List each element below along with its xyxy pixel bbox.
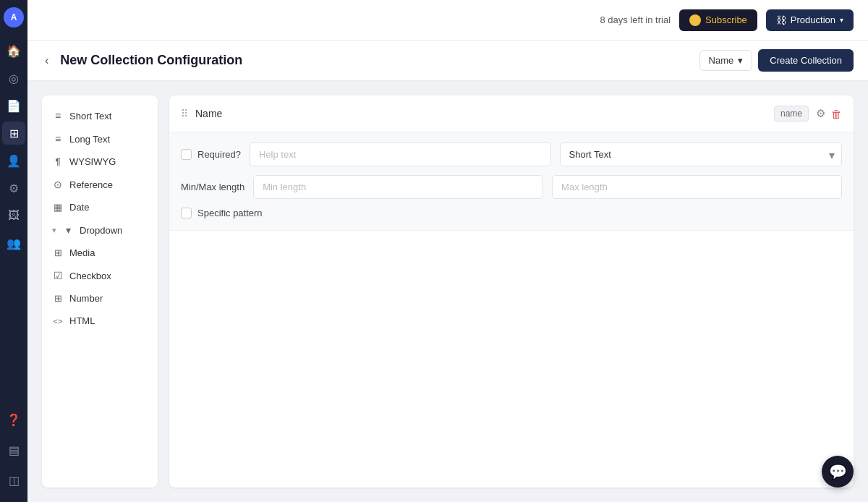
min-length-input[interactable] — [253, 175, 543, 199]
nav-content-icon[interactable]: 📄 — [2, 94, 25, 117]
field-row: ⠿ name ⚙ 🗑 — [169, 95, 854, 231]
nav-image-icon[interactable]: 🖼 — [2, 204, 25, 227]
field-type-html[interactable]: HTML — [42, 310, 158, 332]
wysiwyg-icon — [52, 156, 64, 167]
nav-help-icon[interactable]: ❓ — [2, 408, 25, 431]
nav-db-icon[interactable]: ▤ — [2, 438, 25, 461]
chat-bubble-button[interactable]: 💬 — [822, 456, 854, 488]
nav-home-icon[interactable]: 🏠 — [2, 39, 25, 62]
chevron-down-icon: ▾ — [840, 16, 843, 24]
field-type-date[interactable]: Date — [42, 196, 158, 218]
form-row-minmax: Min/Max length — [181, 175, 842, 199]
field-type-number[interactable]: Number — [42, 287, 158, 310]
production-button[interactable]: ⛓ Production ▾ — [766, 9, 854, 31]
date-icon — [52, 202, 64, 213]
nav-user-icon[interactable]: 👤 — [2, 149, 25, 172]
main-area: 8 days left in trial Subscribe ⛓ Product… — [27, 0, 868, 502]
nav-token-icon[interactable]: ⚙ — [2, 176, 25, 200]
field-type-sidebar: Short Text Long Text WYSIWYG Reference D… — [42, 95, 158, 488]
page-title: New Collection Configuration — [60, 53, 242, 68]
field-type-short-text[interactable]: Short Text — [42, 104, 158, 127]
number-icon — [52, 293, 64, 304]
coin-icon — [689, 14, 701, 26]
required-checkbox-label[interactable]: Required? — [181, 149, 241, 160]
field-config-form: Required? Short Text Long Text Rich Text… — [169, 132, 854, 230]
field-type-long-text[interactable]: Long Text — [42, 127, 158, 150]
dropdown-icon — [62, 224, 74, 236]
create-collection-button[interactable]: Create Collection — [758, 49, 854, 72]
html-icon — [52, 317, 64, 326]
field-settings-button[interactable]: ⚙ — [816, 107, 825, 120]
field-type-checkbox[interactable]: Checkbox — [42, 264, 158, 287]
back-button[interactable]: ‹ — [42, 51, 51, 70]
chat-icon: 💬 — [829, 463, 847, 480]
field-type-reference[interactable]: Reference — [42, 173, 158, 196]
specific-pattern-label[interactable]: Specific pattern — [181, 208, 263, 218]
long-text-icon — [52, 133, 64, 145]
field-slug-badge: name — [774, 106, 809, 122]
field-type-media[interactable]: Media — [42, 242, 158, 264]
nav-layers-icon[interactable]: ◫ — [2, 469, 25, 492]
topbar: 8 days left in trial Subscribe ⛓ Product… — [27, 0, 868, 41]
page-header: ‹ New Collection Configuration Name ▾ Cr… — [27, 41, 868, 81]
field-type-dropdown[interactable]: ▾ Dropdown — [42, 218, 158, 242]
required-checkbox[interactable] — [181, 149, 192, 160]
page-content: ‹ New Collection Configuration Name ▾ Cr… — [27, 41, 868, 502]
field-type-select-wrapper: Short Text Long Text Rich Text Number Da… — [560, 142, 843, 166]
production-icon: ⛓ — [776, 14, 786, 26]
checkbox-icon — [52, 270, 64, 281]
drag-handle-icon[interactable]: ⠿ — [181, 108, 188, 119]
field-row-header: ⠿ name ⚙ 🗑 — [169, 95, 854, 132]
sidebar-nav: A 🏠 ◎ 📄 ⊞ 👤 ⚙ 🖼 👥 ❓ ▤ ◫ — [0, 0, 27, 502]
form-row-pattern: Specific pattern — [181, 208, 842, 218]
max-length-input[interactable] — [552, 175, 842, 199]
trial-text: 8 days left in trial — [600, 14, 671, 25]
body-layout: Short Text Long Text WYSIWYG Reference D… — [27, 81, 868, 502]
field-type-wysiwyg[interactable]: WYSIWYG — [42, 150, 158, 173]
short-text-icon — [52, 110, 64, 122]
user-avatar[interactable]: A — [4, 7, 24, 27]
nav-activity-icon[interactable]: ◎ — [2, 67, 25, 90]
dropdown-expand-icon: ▾ — [52, 226, 56, 235]
collection-config-area: ⠿ name ⚙ 🗑 — [169, 95, 854, 488]
header-actions: Name ▾ Create Collection — [699, 49, 854, 72]
nav-grid-icon[interactable]: ⊞ — [2, 122, 25, 145]
field-delete-button[interactable]: 🗑 — [831, 108, 842, 120]
minmax-label: Min/Max length — [181, 182, 244, 192]
help-text-input[interactable] — [250, 142, 551, 166]
specific-pattern-checkbox[interactable] — [181, 208, 192, 218]
field-type-select[interactable]: Short Text Long Text Rich Text Number Da… — [560, 142, 843, 166]
field-name-input[interactable] — [195, 108, 767, 119]
nav-team-icon[interactable]: 👥 — [2, 231, 25, 255]
reference-icon — [52, 179, 64, 190]
media-icon — [52, 247, 64, 258]
field-row-actions: ⚙ 🗑 — [816, 107, 842, 120]
dropdown-chevron-icon: ▾ — [738, 55, 743, 66]
name-dropdown[interactable]: Name ▾ — [699, 50, 753, 71]
subscribe-button[interactable]: Subscribe — [679, 9, 757, 31]
form-row-required: Required? Short Text Long Text Rich Text… — [181, 142, 842, 166]
